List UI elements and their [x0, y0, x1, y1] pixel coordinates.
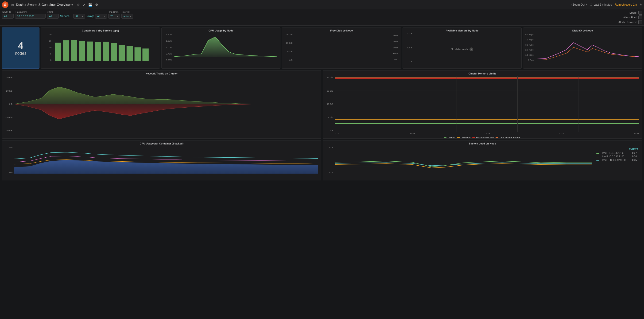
- errors-row: Errors: [613, 11, 642, 14]
- service-name-display: Service: [60, 14, 72, 18]
- no-datapoints: No datapoints ?: [405, 33, 520, 65]
- cpu-usage-body: 1.50% 1.25% 1.00% 0.75% 0.50%: [162, 32, 280, 66]
- alerts-fired-row: Alerts Fired: [613, 16, 642, 19]
- node-id-dropdown[interactable]: All ▾: [2, 14, 14, 18]
- network-svg-canvas: [14, 76, 318, 132]
- cluster-memory-body: 37 GiB 28 GiB 19 GiB 9 GiB 0 B: [323, 76, 642, 137]
- svg-text:20%: 20%: [393, 47, 398, 49]
- node-id-filter: Node ID All ▾: [2, 11, 14, 18]
- top-cont-dropdown[interactable]: 20 ▾: [108, 14, 120, 18]
- svg-rect-8: [118, 45, 125, 61]
- containers-y-axis: 20 15 10 5 0: [43, 33, 52, 61]
- time-range-picker[interactable]: ⏱ Last 5 minutes: [590, 3, 612, 6]
- cpu-container-svg: [14, 146, 318, 174]
- cpu-per-container-area: 15% 10%: [4, 146, 319, 177]
- legend-load5: load5 10.0.0.12:9100 0.04: [596, 155, 638, 158]
- refresh-button[interactable]: ↻: [640, 3, 642, 6]
- system-load-body: 0.08 0.06: [323, 146, 642, 179]
- legend-limited: Limited: [444, 136, 455, 138]
- system-load-svg: [335, 146, 592, 174]
- svg-text:0%: 0%: [393, 58, 397, 60]
- svg-text:40%: 40%: [393, 34, 398, 37]
- cluster-memory-svg-canvas: [335, 76, 639, 132]
- share-icon[interactable]: ↗: [83, 3, 86, 6]
- free-disk-body: 28 GiB 19 GiB 9 GiB 0 B: [282, 32, 401, 66]
- service-dropdown[interactable]: All ▾: [73, 14, 85, 18]
- svg-rect-9: [126, 46, 133, 61]
- stack-dropdown[interactable]: All ▾: [47, 14, 59, 18]
- interval-dropdown[interactable]: auto ▾: [122, 14, 133, 18]
- legend-total-cluster: Total cluster memory: [496, 136, 521, 138]
- legend-max-limit: Max defined limit: [472, 136, 494, 138]
- zoom-out-button[interactable]: ‹ Zoom Out ›: [571, 3, 587, 6]
- settings-icon[interactable]: ⚙: [95, 3, 98, 6]
- errors-checkbox[interactable]: [638, 11, 642, 14]
- nav-icons: ☆ ↗ 💾 ⚙: [77, 3, 98, 6]
- cluster-memory-y-axis: 37 GiB 28 GiB 19 GiB 9 GiB 0 B: [325, 76, 334, 132]
- nodes-panel: 4 nodes: [2, 28, 40, 68]
- alerts-resolved-checkbox[interactable]: [638, 20, 642, 24]
- svg-rect-7: [110, 43, 117, 61]
- containers-svg: [53, 33, 157, 61]
- star-icon[interactable]: ☆: [77, 3, 80, 6]
- svg-marker-21: [14, 104, 318, 119]
- cpu-container-svg-canvas: [14, 146, 318, 174]
- cluster-memory-legend: Limited Unlimited Max defined limit Tota…: [325, 136, 640, 138]
- top-cont-filter: Top Cont. 20 ▾: [108, 11, 120, 18]
- available-memory-panel: Available Memory by Node 1.0 B 0.5 B 0 B…: [402, 28, 522, 68]
- containers-chart-area: 20 15 10 5 0: [43, 33, 158, 65]
- clock-icon: ⏱: [590, 3, 592, 6]
- cluster-memory-area: 37 GiB 28 GiB 19 GiB 9 GiB 0 B: [325, 76, 640, 136]
- cpu-svg: [174, 33, 278, 61]
- proxy-filter: x All ▾: [95, 11, 107, 18]
- svg-rect-6: [103, 42, 109, 61]
- cpu-usage-area: 1.50% 1.25% 1.00% 0.75% 0.50%: [164, 33, 278, 65]
- free-disk-area: 28 GiB 19 GiB 9 GiB 0 B: [284, 33, 399, 65]
- row1: 4 nodes Containers # (by Service type) 2…: [2, 28, 642, 68]
- legend-load1: load1 10.0.0.12:9100 0.07: [596, 152, 638, 154]
- proxy-name-display: Proxy: [86, 14, 94, 18]
- help-icon[interactable]: ?: [470, 48, 473, 51]
- svg-rect-3: [79, 41, 85, 61]
- svg-rect-10: [134, 48, 141, 62]
- disk-io-svg: [536, 33, 639, 61]
- interval-filter: Interval auto ▾: [122, 11, 133, 18]
- cpu-svg-canvas: [174, 33, 278, 61]
- legend-total-cluster-color: [496, 138, 498, 138]
- hostnames-filter: Hostnames 10.0.0.12:9100 ▾: [15, 11, 46, 18]
- dashboard: 4 nodes Containers # (by Service type) 2…: [0, 26, 644, 182]
- chevron-left-icon: ‹: [571, 3, 572, 6]
- disk-io-y-axis: 5.0 kBps 4.0 kBps 3.0 kBps 2.0 kBps 1.0 …: [525, 33, 534, 61]
- system-load-panel: System Load on Node 0.08 0.06: [323, 140, 642, 180]
- dashboard-title: ⊞ Docker Swarm & Container Overview ▾: [11, 3, 73, 6]
- network-traffic-panel: Network Traffic on Cluster 39 KiB 20 KiB…: [2, 70, 321, 138]
- network-traffic-body: 39 KiB 20 KiB 0 B -20 KiB -39 KiB: [2, 76, 321, 137]
- svg-rect-2: [71, 40, 77, 61]
- save-icon[interactable]: 💾: [88, 3, 92, 6]
- svg-rect-1: [63, 40, 69, 61]
- available-memory-y-axis: 1.0 B 0.5 B 0 B: [404, 32, 413, 63]
- row3: CPU Usage per Container (Stacked) 15% 10…: [2, 140, 642, 180]
- grid-icon: ⊞: [11, 3, 14, 6]
- chevron-right-icon: ›: [586, 3, 587, 6]
- disk-io-body: 5.0 kBps 4.0 kBps 3.0 kBps 2.0 kBps 1.0 …: [523, 32, 642, 66]
- row2: Network Traffic on Cluster 39 KiB 20 KiB…: [2, 70, 642, 138]
- free-disk-svg: 40% 30% 20% 10% 0%: [294, 33, 398, 61]
- alerts-fired-checkbox[interactable]: [638, 16, 642, 19]
- grafana-logo[interactable]: G: [2, 2, 8, 8]
- system-load-y-axis: 0.08 0.06: [325, 146, 334, 174]
- cpu-container-y-axis: 15% 10%: [4, 146, 14, 174]
- proxy-dropdown[interactable]: All ▾: [95, 14, 107, 18]
- svg-text:10%: 10%: [393, 52, 398, 54]
- containers-svg-canvas: [53, 33, 157, 61]
- refresh-interval[interactable]: Refresh every 1m: [615, 3, 637, 6]
- legend-max-limit-color: [472, 138, 475, 138]
- hostnames-dropdown[interactable]: 10.0.0.12:9100 ▾: [15, 14, 46, 18]
- disk-io-panel: Disk I/O by Node 5.0 kBps 4.0 kBps 3.0 k…: [523, 28, 642, 68]
- cpu-usage-panel: CPU Usage by Node 1.50% 1.25% 1.00% 0.75…: [161, 28, 280, 68]
- filterbar: Node ID All ▾ Hostnames 10.0.0.12:9100 ▾…: [0, 10, 644, 26]
- alerts-section: Errors Alerts Fired Alerts Resolved: [613, 11, 642, 24]
- svg-text:30%: 30%: [393, 41, 398, 43]
- cpu-y-axis: 1.50% 1.25% 1.00% 0.75% 0.50%: [164, 33, 173, 61]
- free-disk-y-axis: 28 GiB 19 GiB 9 GiB 0 B: [284, 33, 293, 61]
